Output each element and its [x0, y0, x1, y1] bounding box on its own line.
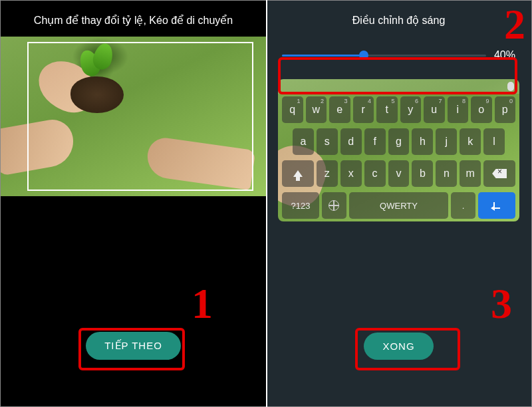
slider-fill [282, 55, 364, 57]
key-l[interactable]: l [483, 128, 505, 155]
brightness-title: Điều chỉnh độ sáng [266, 1, 531, 37]
key-y[interactable]: y [400, 96, 422, 123]
key-g[interactable]: g [388, 128, 410, 155]
key-c[interactable]: c [364, 160, 386, 187]
key-u[interactable]: u [424, 96, 445, 123]
key-numbers[interactable]: ?123 [282, 192, 319, 219]
key-b[interactable]: b [412, 160, 433, 187]
key-o[interactable]: o [471, 96, 492, 123]
panel-crop: Chụm để thay đổi tỷ lệ, Kéo để di chuyển… [1, 1, 266, 406]
enter-icon [493, 202, 500, 209]
key-period[interactable]: . [451, 192, 475, 219]
panel-divider [266, 0, 267, 407]
key-x[interactable]: x [340, 160, 362, 187]
key-e[interactable]: e [329, 96, 350, 123]
key-n[interactable]: n [436, 160, 457, 187]
key-a[interactable]: a [293, 128, 314, 155]
brightness-slider-row: 40% [266, 37, 531, 74]
brightness-slider[interactable] [282, 49, 486, 62]
panel-brightness: Điều chỉnh độ sáng 40% qwertyuiop asdfgh… [266, 1, 531, 406]
keyboard-row-2: asdfghjkl [278, 126, 519, 158]
key-h[interactable]: h [412, 128, 433, 155]
key-i[interactable]: i [448, 96, 469, 123]
keyboard-row-4: ?123 QWERTY . [278, 190, 519, 221]
crop-instruction: Chụm để thay đổi tỷ lệ, Kéo để di chuyển [1, 1, 266, 37]
keyboard-input-bar[interactable] [278, 79, 519, 94]
key-t[interactable]: t [376, 96, 398, 123]
key-z[interactable]: z [317, 160, 338, 187]
action-row: TIẾP THEO [1, 332, 266, 360]
crop-frame[interactable] [27, 42, 253, 191]
keyboard-row-1: qwertyuiop [278, 94, 519, 126]
keyboard-row-3: zxcvbnm [278, 158, 519, 190]
globe-icon [329, 200, 339, 211]
key-space[interactable]: QWERTY [349, 192, 448, 219]
action-row: XONG [266, 333, 531, 360]
key-m[interactable]: m [460, 160, 481, 187]
key-shift[interactable] [282, 160, 314, 187]
key-backspace[interactable] [483, 160, 515, 187]
slider-thumb[interactable] [359, 51, 368, 60]
backspace-icon [492, 169, 507, 178]
key-globe[interactable] [322, 192, 346, 219]
key-w[interactable]: w [306, 96, 327, 123]
key-p[interactable]: p [495, 96, 516, 123]
mic-icon[interactable] [507, 82, 514, 91]
next-button[interactable]: TIẾP THEO [86, 332, 181, 360]
key-j[interactable]: j [436, 128, 457, 155]
key-enter[interactable] [478, 192, 515, 219]
key-s[interactable]: s [317, 128, 338, 155]
shift-icon [293, 170, 303, 177]
key-k[interactable]: k [460, 128, 481, 155]
brightness-value: 40% [494, 49, 515, 61]
keyboard: qwertyuiop asdfghjkl zxcvbnm ?123 QWERTY… [278, 79, 519, 221]
crop-canvas[interactable] [1, 37, 267, 196]
key-f[interactable]: f [364, 128, 386, 155]
key-d[interactable]: d [340, 128, 362, 155]
key-v[interactable]: v [388, 160, 410, 187]
done-button[interactable]: XONG [364, 333, 433, 360]
key-r[interactable]: r [353, 96, 374, 123]
key-q[interactable]: q [282, 96, 303, 123]
